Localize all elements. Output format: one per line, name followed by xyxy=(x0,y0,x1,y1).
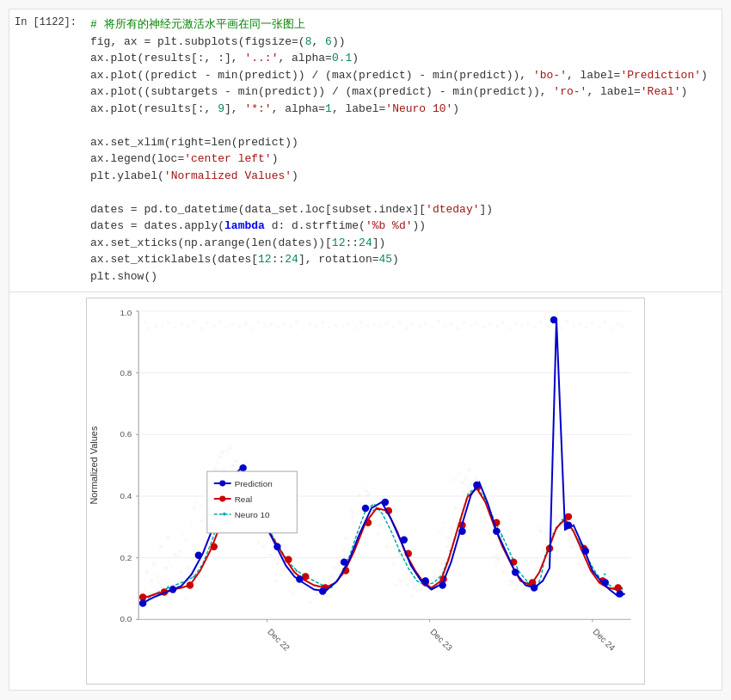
cell-output: 0.0 0.2 0.4 0.6 0.8 1.0 Dec 22 xyxy=(9,292,722,690)
svg-point-282 xyxy=(289,325,292,329)
y-tick-06: 0.6 xyxy=(120,429,132,439)
svg-point-215 xyxy=(372,487,376,490)
svg-point-131 xyxy=(168,561,171,564)
svg-point-214 xyxy=(358,509,361,513)
svg-point-166 xyxy=(157,581,161,585)
svg-point-279 xyxy=(251,327,255,330)
svg-point-261 xyxy=(501,321,504,324)
svg-point-283 xyxy=(302,327,305,330)
svg-point-395 xyxy=(617,591,623,597)
y-axis-label: Normalized Values xyxy=(89,426,99,505)
svg-point-202 xyxy=(190,524,194,527)
svg-point-292 xyxy=(418,324,421,328)
svg-point-161 xyxy=(580,562,584,566)
svg-point-37 xyxy=(399,580,402,583)
svg-point-303 xyxy=(559,327,562,330)
svg-point-287 xyxy=(353,327,357,330)
svg-point-344 xyxy=(140,594,146,600)
svg-point-388 xyxy=(494,528,500,534)
svg-point-257 xyxy=(450,322,453,326)
svg-point-241 xyxy=(244,322,248,325)
svg-point-271 xyxy=(147,327,150,330)
svg-point-27 xyxy=(330,575,334,579)
legend-neuro10-label: Neuro 10 xyxy=(235,510,270,519)
svg-point-188 xyxy=(466,487,470,490)
svg-point-380 xyxy=(341,559,347,565)
svg-point-81 xyxy=(342,550,346,553)
svg-point-124 xyxy=(555,518,558,521)
svg-point-118 xyxy=(464,476,467,480)
svg-point-44 xyxy=(447,537,451,540)
svg-point-220 xyxy=(442,526,445,530)
svg-point-8 xyxy=(200,519,204,523)
svg-point-240 xyxy=(231,322,235,326)
svg-point-115 xyxy=(415,584,419,587)
svg-point-204 xyxy=(216,461,219,464)
svg-point-221 xyxy=(456,475,459,478)
svg-point-267 xyxy=(578,322,581,326)
svg-point-375 xyxy=(240,465,246,471)
svg-point-132 xyxy=(181,532,185,536)
svg-point-384 xyxy=(422,578,428,584)
x-tick-dec22: Dec 22 xyxy=(266,627,292,653)
svg-point-256 xyxy=(437,320,440,323)
svg-point-171 xyxy=(226,452,230,456)
svg-point-180 xyxy=(355,513,359,516)
svg-point-301 xyxy=(533,326,537,329)
svg-point-300 xyxy=(520,324,524,328)
svg-point-278 xyxy=(238,325,242,329)
svg-point-252 xyxy=(385,322,389,325)
svg-point-1 xyxy=(152,562,156,566)
svg-point-392 xyxy=(565,522,571,528)
svg-point-129 xyxy=(144,587,147,591)
svg-point-347 xyxy=(211,543,217,550)
svg-point-47 xyxy=(467,468,470,471)
svg-point-378 xyxy=(297,576,303,582)
svg-point-18 xyxy=(269,554,273,557)
svg-point-302 xyxy=(546,325,550,329)
svg-point-194 xyxy=(552,515,556,519)
cell-label: In [1122]: xyxy=(9,9,87,292)
svg-point-239 xyxy=(218,321,222,324)
svg-point-352 xyxy=(303,574,309,580)
code-line-13: dates = dates.apply(lambda d: d.strftime… xyxy=(90,218,718,235)
svg-point-259 xyxy=(475,322,478,325)
svg-point-54 xyxy=(515,584,519,587)
svg-point-369 xyxy=(615,585,621,591)
svg-point-184 xyxy=(411,581,415,585)
svg-point-391 xyxy=(551,316,557,322)
svg-point-151 xyxy=(444,521,447,525)
svg-text:✦: ✦ xyxy=(603,570,607,578)
svg-point-58 xyxy=(543,550,546,553)
svg-text:✦: ✦ xyxy=(397,547,402,555)
svg-point-39 xyxy=(413,586,416,590)
svg-point-3 xyxy=(166,537,169,540)
svg-point-98 xyxy=(150,580,153,583)
code-line-15: ax.set_xticklabels(dates[12::24], rotati… xyxy=(90,251,718,268)
svg-point-251 xyxy=(372,322,376,326)
svg-point-104 xyxy=(231,464,235,467)
svg-point-272 xyxy=(161,324,164,328)
svg-point-186 xyxy=(439,530,442,533)
svg-point-152 xyxy=(458,472,462,476)
svg-point-100 xyxy=(178,550,181,553)
svg-point-35 xyxy=(385,545,389,549)
svg-point-293 xyxy=(431,326,434,329)
svg-point-393 xyxy=(582,548,588,554)
svg-point-145 xyxy=(361,487,365,490)
svg-point-134 xyxy=(212,466,216,470)
svg-point-62 xyxy=(570,545,574,549)
svg-point-244 xyxy=(282,322,286,325)
svg-point-28 xyxy=(337,562,341,566)
svg-point-234 xyxy=(154,324,157,328)
svg-point-84 xyxy=(394,584,397,587)
svg-point-242 xyxy=(257,321,261,324)
svg-point-109 xyxy=(315,592,318,595)
code-line-9: ax.legend(loc='center left') xyxy=(90,150,718,168)
svg-point-76 xyxy=(257,541,261,544)
svg-point-143 xyxy=(335,558,339,562)
svg-point-50 xyxy=(488,532,491,536)
svg-point-296 xyxy=(469,324,472,328)
svg-point-203 xyxy=(204,489,207,493)
legend-neuro10-marker: ✦ xyxy=(221,510,228,519)
